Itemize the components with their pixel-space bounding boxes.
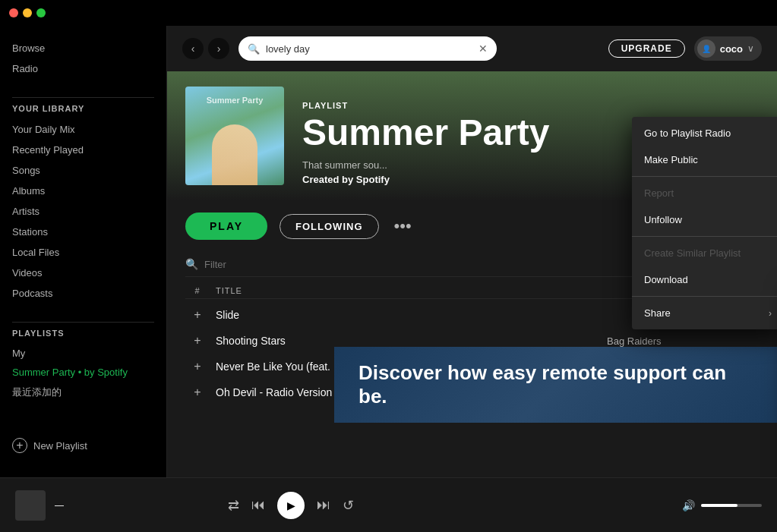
banner: Discover how easy remote support can be. [334,347,777,423]
navbar: ‹ › 🔍 ✕ UPGRADE 👤 coco ∨ [167,26,777,71]
minimize-button[interactable] [23,8,32,17]
add-icon[interactable]: + [194,308,201,322]
maximize-button[interactable] [36,8,46,17]
sidebar: Browse Radio YOUR LIBRARY Your Daily Mix… [0,26,167,477]
chevron-down-icon: ∨ [747,43,754,54]
upgrade-button[interactable]: UPGRADE [608,39,685,58]
back-button[interactable]: ‹ [182,38,204,59]
playlist-title: Summer Party [302,113,549,153]
player-controls: ⇄ ⏮ ▶ ⏭ ↺ [228,492,354,519]
your-library-section: YOUR LIBRARY Your Daily Mix Recently Pla… [0,104,166,304]
creator-name[interactable]: Spotify [356,174,390,185]
ctx-item-make-public[interactable]: Make Public [632,146,777,173]
volume-icon: 🔊 [682,499,695,512]
volume-slider[interactable] [701,504,762,507]
ctx-divider-2 [632,236,777,237]
now-playing-art [15,490,46,521]
volume-area: 🔊 [682,499,762,512]
cover-figure [212,124,257,185]
ctx-divider [632,176,777,177]
new-playlist-icon: + [12,438,27,453]
sidebar-item-albums[interactable]: Albums [12,181,154,201]
sidebar-item-videos[interactable]: Videos [12,263,154,283]
your-library-label: YOUR LIBRARY [12,104,154,113]
ctx-item-unfollow[interactable]: Unfollow [632,206,777,233]
volume-fill [701,504,738,507]
song-num: + [185,334,210,348]
banner-text: Discover how easy remote support can be. [358,361,753,408]
col-num-header: # [185,286,210,295]
play-button[interactable]: PLAY [185,212,267,240]
player-left: — [15,490,64,521]
user-area[interactable]: 👤 coco ∨ [694,36,762,61]
next-button[interactable]: ⏭ [317,497,330,513]
player-play-button[interactable]: ▶ [277,492,305,519]
now-playing-title: — [55,500,64,511]
cover-title-text: Summer Party [185,96,284,105]
ctx-item-share[interactable]: Share › [632,300,777,326]
new-playlist-label: New Playlist [33,440,87,452]
sidebar-playlist-recent[interactable]: 最近添加的 [12,382,154,403]
search-icon: 🔍 [248,43,260,55]
song-num: + [185,386,210,399]
sidebar-item-podcasts[interactable]: Podcasts [12,283,154,304]
song-num: + [185,308,210,322]
sidebar-divider-1 [12,97,154,98]
new-playlist-button[interactable]: + New Playlist [0,426,166,465]
ctx-item-playlist-radio[interactable]: Go to Playlist Radio [632,120,777,146]
app-body: Browse Radio YOUR LIBRARY Your Daily Mix… [0,26,777,477]
sidebar-item-artists[interactable]: Artists [12,201,154,222]
playlist-type-label: PLAYLIST [302,101,549,110]
chevron-right-icon: › [769,308,772,319]
sidebar-item-daily-mix[interactable]: Your Daily Mix [12,119,154,140]
sidebar-item-radio[interactable]: Radio [12,58,154,79]
prev-button[interactable]: ⏮ [251,497,265,513]
titlebar [0,0,777,26]
sidebar-item-recently-played[interactable]: Recently Played [12,140,154,160]
sidebar-divider-2 [12,322,154,323]
user-name: coco [720,43,743,55]
song-num: + [185,360,210,373]
col-title-header: TITLE [210,286,607,295]
ctx-item-report: Report [632,180,777,206]
player-bar: — ⇄ ⏮ ▶ ⏭ ↺ 🔊 [0,477,777,532]
sidebar-playlist-my[interactable]: My [12,344,154,363]
repeat-button[interactable]: ↺ [343,497,354,514]
filter-icon: 🔍 [185,258,198,270]
sidebar-item-local-files[interactable]: Local Files [12,242,154,263]
playlist-meta: Created by Spotify [302,174,549,185]
ctx-item-create-similar: Create Similar Playlist [632,240,777,266]
add-icon[interactable]: + [194,334,201,348]
avatar: 👤 [697,39,715,58]
sidebar-playlist-summer[interactable]: Summer Party • by Spotify [12,363,154,382]
song-title: Shooting Stars [210,335,607,347]
close-button[interactable] [9,8,18,17]
sidebar-item-stations[interactable]: Stations [12,222,154,242]
created-by-label: Created by [302,174,353,185]
shuffle-button[interactable]: ⇄ [228,497,239,514]
forward-button[interactable]: › [208,38,229,59]
sidebar-item-songs[interactable]: Songs [12,160,154,181]
sidebar-item-browse[interactable]: Browse [12,38,154,58]
song-artist: Bag Raiders [607,335,759,347]
ctx-divider-3 [632,296,777,297]
add-icon[interactable]: + [194,386,201,399]
context-menu-main: Go to Playlist Radio Make Public Report … [632,117,777,329]
song-title: Slide [210,309,607,321]
nav-right: UPGRADE 👤 coco ∨ [608,36,762,61]
traffic-lights [9,8,46,17]
main-content: ‹ › 🔍 ✕ UPGRADE 👤 coco ∨ [167,26,777,477]
add-icon[interactable]: + [194,360,201,373]
search-bar: 🔍 ✕ [238,36,497,61]
nav-arrows: ‹ › [182,38,229,59]
following-button[interactable]: FOLLOWING [280,214,378,239]
now-playing-info: — [55,500,64,511]
playlist-info: PLAYLIST Summer Party That summer sou...… [302,87,549,185]
filter-input[interactable] [204,259,332,270]
search-input[interactable] [266,43,472,55]
sidebar-nav: Browse Radio [0,38,166,79]
playlists-section: PLAYLISTS My Summer Party • by Spotify 最… [0,329,166,426]
more-options-button[interactable]: ••• [391,216,415,236]
ctx-item-download[interactable]: Download [632,266,777,293]
search-clear-icon[interactable]: ✕ [479,42,488,55]
